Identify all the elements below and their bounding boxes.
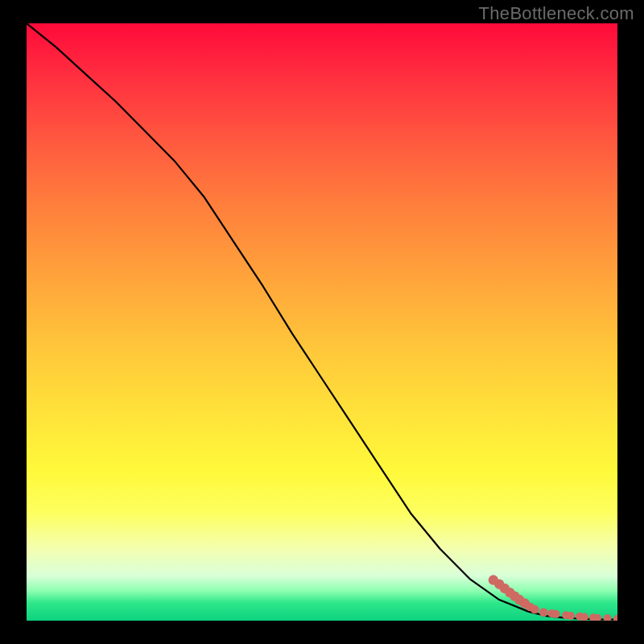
watermark-text: TheBottleneck.com <box>479 3 634 24</box>
marker-dot <box>539 608 548 617</box>
chart-frame: TheBottleneck.com <box>0 0 644 644</box>
marker-dot <box>530 605 539 614</box>
marker-dot <box>604 614 612 621</box>
marker-dot <box>552 610 560 618</box>
main-curve <box>27 23 617 620</box>
marker-dot <box>567 612 575 620</box>
marker-dot <box>613 615 617 621</box>
plot-area <box>27 23 617 621</box>
chart-overlay <box>27 23 617 621</box>
marker-cluster <box>489 575 617 621</box>
